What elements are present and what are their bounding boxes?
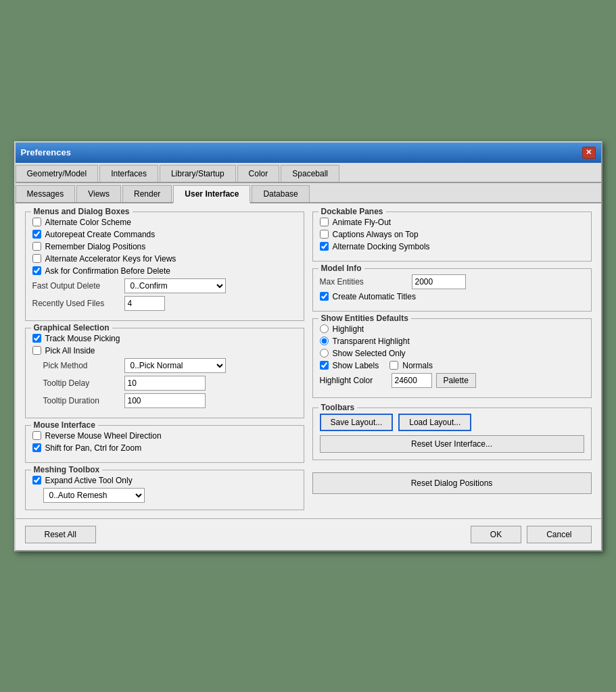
expand-active-checkbox[interactable]: [32, 476, 41, 485]
close-button[interactable]: ✕: [582, 147, 596, 159]
expand-active-label: Expand Active Tool Only: [45, 476, 133, 485]
create-auto-titles-checkbox[interactable]: [320, 292, 329, 301]
meshing-select-row: 0..Auto Remesh: [32, 488, 297, 503]
max-entities-input[interactable]: [412, 274, 466, 289]
menus-group: Menus and Dialog Boxes Alternate Color S…: [25, 212, 304, 321]
ask-confirmation-row: Ask for Confirmation Before Delete: [32, 266, 297, 276]
pick-method-select[interactable]: 0..Pick Normal: [124, 358, 226, 373]
mouse-group-label: Mouse Interface: [31, 420, 98, 430]
recently-used-input[interactable]: [124, 296, 165, 311]
normals-row: Normals: [389, 361, 433, 370]
highlight-color-input[interactable]: [392, 373, 432, 388]
right-column: Dockable Panes Animate Fly-Out Captions …: [312, 212, 592, 510]
alternate-docking-checkbox[interactable]: [320, 242, 329, 251]
layout-buttons-row: Save Layout... Load Layout...: [320, 414, 584, 431]
alternate-docking-label: Alternate Docking Symbols: [333, 242, 430, 251]
mouse-group: Mouse Interface Reverse Mouse Wheel Dire…: [25, 425, 304, 463]
dialog-title: Preferences: [21, 147, 71, 157]
tab-library-startup[interactable]: Library/Startup: [160, 165, 236, 182]
alternate-color-label: Alternate Color Scheme: [45, 218, 131, 227]
pick-all-checkbox[interactable]: [32, 346, 41, 355]
highlight-color-row: Highlight Color Palette: [320, 373, 584, 388]
transparent-highlight-radio[interactable]: [320, 337, 329, 345]
tab-interfaces[interactable]: Interfaces: [99, 165, 158, 182]
labels-normals-row: Show Labels Normals: [320, 361, 584, 373]
shift-pan-checkbox[interactable]: [32, 443, 41, 452]
toolbars-group-label: Toolbars: [318, 403, 358, 412]
tab-spaceball[interactable]: Spaceball: [281, 165, 339, 182]
tab-geometry-model[interactable]: Geometry/Model: [16, 165, 99, 182]
remember-dialog-row: Remember Dialog Positions: [32, 242, 297, 251]
load-layout-button[interactable]: Load Layout...: [398, 414, 471, 431]
tab-database[interactable]: Database: [252, 185, 309, 202]
animate-flyout-checkbox[interactable]: [320, 218, 329, 226]
tooltip-duration-label: Tooltip Duration: [32, 396, 120, 405]
tooltip-delay-row: Tooltip Delay: [32, 376, 297, 391]
meshing-group: Meshing Toolbox Expand Active Tool Only …: [25, 470, 304, 510]
reverse-mouse-row: Reverse Mouse Wheel Direction: [32, 431, 297, 441]
show-labels-checkbox[interactable]: [320, 361, 329, 370]
graphical-group-label: Graphical Selection: [31, 323, 112, 332]
fast-output-select[interactable]: 0..Confirm: [124, 278, 226, 293]
max-entities-label: Max Entities: [320, 277, 408, 287]
expand-active-row: Expand Active Tool Only: [32, 476, 297, 485]
tab-messages[interactable]: Messages: [16, 185, 76, 202]
show-selected-only-radio[interactable]: [320, 349, 329, 357]
reset-dialog-button[interactable]: Reset Dialog Positions: [312, 472, 592, 494]
tab-views[interactable]: Views: [76, 185, 121, 202]
animate-flyout-label: Animate Fly-Out: [333, 218, 392, 227]
model-info-group: Model Info Max Entities Create Automatic…: [312, 268, 592, 312]
alternate-docking-row: Alternate Docking Symbols: [320, 242, 584, 251]
menus-group-label: Menus and Dialog Boxes: [31, 207, 133, 216]
cancel-button[interactable]: Cancel: [527, 526, 591, 543]
footer: Reset All OK Cancel: [16, 518, 601, 550]
highlight-color-label: Highlight Color: [320, 376, 387, 385]
ok-button[interactable]: OK: [471, 526, 521, 543]
pick-all-label: Pick All Inside: [45, 346, 95, 355]
remember-dialog-label: Remember Dialog Positions: [45, 242, 146, 251]
save-layout-button[interactable]: Save Layout...: [320, 414, 394, 431]
autorepeat-row: Autorepeat Create Commands: [32, 230, 297, 239]
tab-render[interactable]: Render: [122, 185, 172, 202]
max-entities-row: Max Entities: [320, 274, 584, 289]
footer-right-buttons: OK Cancel: [471, 526, 592, 543]
tooltip-delay-label: Tooltip Delay: [32, 378, 120, 388]
tabs-row-1: Geometry/Model Interfaces Library/Startu…: [16, 163, 601, 183]
recently-used-label: Recently Used Files: [32, 299, 120, 308]
tooltip-delay-input[interactable]: [124, 376, 206, 391]
fast-output-label: Fast Output Delete: [32, 281, 120, 291]
show-selected-only-row: Show Selected Only: [320, 349, 584, 358]
captions-always-row: Captions Always on Top: [320, 230, 584, 239]
autorepeat-checkbox[interactable]: [32, 230, 41, 239]
dockable-group-label: Dockable Panes: [318, 207, 386, 216]
ask-confirmation-label: Ask for Confirmation Before Delete: [45, 266, 170, 276]
alternate-color-checkbox[interactable]: [32, 218, 41, 226]
normals-checkbox[interactable]: [389, 361, 398, 370]
track-mouse-label: Track Mouse Picking: [45, 334, 120, 343]
palette-button[interactable]: Palette: [436, 373, 476, 388]
track-mouse-checkbox[interactable]: [32, 334, 41, 343]
recently-used-row: Recently Used Files: [32, 296, 297, 311]
meshing-select[interactable]: 0..Auto Remesh: [43, 488, 145, 503]
remember-dialog-checkbox[interactable]: [32, 242, 41, 251]
pick-all-row: Pick All Inside: [32, 346, 297, 355]
show-labels-label: Show Labels: [333, 361, 379, 370]
autorepeat-label: Autorepeat Create Commands: [45, 230, 156, 239]
tab-user-interface[interactable]: User Interface: [173, 185, 250, 203]
reverse-mouse-checkbox[interactable]: [32, 431, 41, 440]
alternate-accelerator-row: Alternate Accelerator Keys for Views: [32, 254, 297, 264]
shift-pan-label: Shift for Pan, Ctrl for Zoom: [45, 443, 142, 453]
tab-color[interactable]: Color: [237, 165, 280, 182]
ask-confirmation-checkbox[interactable]: [32, 266, 41, 275]
captions-always-checkbox[interactable]: [320, 230, 329, 239]
content-area: Menus and Dialog Boxes Alternate Color S…: [16, 203, 601, 518]
tooltip-duration-input[interactable]: [124, 393, 206, 408]
reset-ui-button[interactable]: Reset User Interface...: [320, 435, 584, 453]
toolbars-group: Toolbars Save Layout... Load Layout... R…: [312, 407, 592, 460]
highlight-radio[interactable]: [320, 324, 329, 333]
alternate-accelerator-checkbox[interactable]: [32, 254, 41, 263]
reset-all-button[interactable]: Reset All: [25, 526, 96, 543]
tabs-row-2: Messages Views Render User Interface Dat…: [16, 183, 601, 203]
show-labels-row: Show Labels: [320, 361, 379, 370]
track-mouse-row: Track Mouse Picking: [32, 334, 297, 343]
